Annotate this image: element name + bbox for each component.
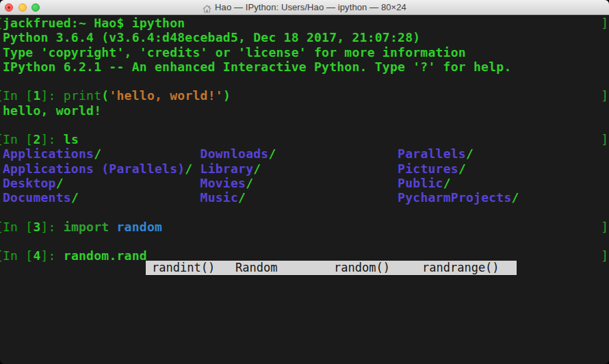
terminal-text-segment: Python 3.6.4 (v3.6.4:d48ecebad5, Dec 18 … bbox=[3, 30, 420, 44]
title-area: Hao — IPython: Users/Hao — ipython — 80×… bbox=[203, 2, 406, 12]
terminal-text-segment: In [ bbox=[3, 132, 33, 146]
terminal-text-segment: Music bbox=[200, 190, 239, 205]
terminal-line: Applications (Parallels)/ Library/ Pictu… bbox=[3, 161, 606, 176]
terminal-text-segment: In [ bbox=[3, 220, 33, 234]
terminal-text-segment: ]: bbox=[41, 132, 64, 146]
terminal-line bbox=[3, 292, 606, 307]
prompt-mark-open-icon: [ bbox=[0, 88, 3, 103]
terminal-text-segment: ]: bbox=[41, 88, 64, 103]
terminal-text-segment: / bbox=[238, 190, 246, 205]
terminal-text-segment: Public bbox=[398, 176, 443, 190]
terminal-text-segment: Library bbox=[200, 161, 254, 176]
terminal-text-segment: Movies bbox=[200, 176, 246, 190]
terminal-line bbox=[3, 234, 606, 248]
completion-item[interactable]: Random bbox=[235, 261, 277, 275]
traffic-lights bbox=[5, 3, 40, 12]
terminal-line bbox=[3, 350, 606, 364]
terminal-line: Type 'copyright', 'credits' or 'license'… bbox=[3, 45, 606, 60]
terminal-text-segment bbox=[261, 161, 398, 176]
completion-item[interactable]: random() bbox=[334, 261, 390, 275]
terminal-text-segment: IPython 6.2.1 -- An enhanced Interactive… bbox=[3, 60, 512, 74]
terminal-text-segment: jackfrued:~ Hao$ ipython bbox=[3, 16, 185, 30]
terminal-text-segment: Documents bbox=[3, 190, 71, 205]
minimize-icon[interactable] bbox=[18, 3, 27, 12]
terminal-line bbox=[3, 74, 606, 88]
terminal-text-segment bbox=[109, 220, 116, 234]
terminal-text-segment: ls bbox=[64, 132, 79, 146]
terminal-line bbox=[3, 307, 606, 321]
window-title: Hao — IPython: Users/Hao — ipython — 80×… bbox=[215, 2, 406, 12]
terminal-text-segment bbox=[253, 176, 398, 190]
terminal-text-segment: / bbox=[268, 146, 276, 161]
prompt-mark-open-icon: [ bbox=[0, 248, 3, 263]
prompt-mark-open-icon: [ bbox=[0, 132, 3, 146]
terminal-text-segment: / bbox=[94, 146, 101, 161]
terminal-text-segment: random bbox=[117, 220, 163, 234]
terminal-text-segment bbox=[192, 161, 200, 176]
prompt-mark-open-icon: [ bbox=[0, 16, 3, 30]
terminal-text-segment: / bbox=[56, 176, 64, 190]
terminal-line: Python 3.6.4 (v3.6.4:d48ecebad5, Dec 18 … bbox=[3, 30, 606, 44]
terminal-text-segment: / bbox=[443, 176, 451, 190]
terminal-line: []In [1]: print('hello, world!') bbox=[3, 88, 606, 103]
terminal-text-segment: Applications (Parallels) bbox=[3, 161, 185, 176]
terminal-text-segment: / bbox=[466, 146, 474, 161]
terminal-text-segment: In [ bbox=[3, 88, 33, 103]
terminal-line: Desktop/ Movies/ Public/ bbox=[3, 176, 606, 190]
prompt-mark-close-icon: ] bbox=[601, 132, 608, 146]
terminal-text-segment: / bbox=[512, 190, 519, 205]
completion-item[interactable]: randint() bbox=[152, 261, 215, 275]
terminal-line: []In [3]: import random bbox=[3, 220, 606, 234]
terminal-line bbox=[3, 321, 606, 335]
terminal-text-segment bbox=[79, 190, 200, 205]
prompt-mark-close-icon: ] bbox=[601, 88, 608, 103]
terminal-text-segment: ]: bbox=[41, 248, 64, 263]
home-icon[interactable] bbox=[203, 3, 211, 12]
terminal-text-segment: Applications bbox=[3, 146, 94, 161]
terminal-text-segment: Downloads bbox=[200, 146, 269, 161]
prompt-mark-close-icon: ] bbox=[601, 248, 608, 263]
terminal-text-segment: 2 bbox=[33, 132, 40, 146]
terminal-text-segment: hello, world! bbox=[3, 103, 101, 118]
terminal-line: Documents/ Music/ PycharmProjects/ bbox=[3, 190, 606, 205]
terminal-text-segment: Type 'copyright', 'credits' or 'license'… bbox=[3, 45, 466, 60]
terminal-text-segment: 3 bbox=[33, 220, 40, 234]
prompt-mark-close-icon: ] bbox=[601, 16, 608, 30]
terminal-line: hello, world! bbox=[3, 103, 606, 118]
terminal-text-segment: Pictures bbox=[398, 161, 458, 176]
terminal-line: IPython 6.2.1 -- An enhanced Interactive… bbox=[3, 60, 606, 74]
prompt-mark-open-icon: [ bbox=[0, 220, 3, 234]
terminal-text-segment: / bbox=[246, 176, 253, 190]
zoom-icon[interactable] bbox=[31, 3, 40, 12]
completion-popup: randint()Randomrandom()randrange() bbox=[146, 261, 517, 275]
terminal-text-segment: Parallels bbox=[398, 146, 466, 161]
completion-item[interactable]: randrange() bbox=[422, 261, 500, 275]
terminal-text-segment: ) bbox=[223, 88, 231, 103]
terminal-line: []In [2]: ls bbox=[3, 132, 606, 146]
terminal-text-segment: / bbox=[185, 161, 192, 176]
terminal-line: []jackfrued:~ Hao$ ipython bbox=[3, 16, 606, 30]
terminal-line: Applications/ Downloads/ Parallels/ bbox=[3, 146, 606, 161]
terminal-screen[interactable]: []jackfrued:~ Hao$ ipythonPython 3.6.4 (… bbox=[0, 15, 609, 364]
terminal-text-segment: 1 bbox=[33, 88, 40, 103]
terminal-text-segment: 'hello, world!' bbox=[109, 88, 222, 103]
terminal-text-segment: Desktop bbox=[3, 176, 56, 190]
terminal-text-segment: / bbox=[458, 161, 466, 176]
terminal-text-segment: PycharmProjects bbox=[398, 190, 511, 205]
terminal-text-segment: ]: bbox=[41, 220, 64, 234]
terminal-text-segment: 4 bbox=[33, 248, 40, 263]
terminal-text-segment bbox=[101, 146, 200, 161]
prompt-mark-close-icon: ] bbox=[601, 220, 608, 234]
terminal-text-segment: In [ bbox=[3, 248, 33, 263]
terminal-line bbox=[3, 205, 606, 219]
terminal-text-segment: import bbox=[64, 220, 109, 234]
terminal-text-segment: / bbox=[253, 161, 261, 176]
terminal-line bbox=[3, 278, 606, 292]
close-icon[interactable] bbox=[5, 3, 13, 12]
terminal-window: Hao — IPython: Users/Hao — ipython — 80×… bbox=[0, 0, 609, 364]
titlebar[interactable]: Hao — IPython: Users/Hao — ipython — 80×… bbox=[0, 0, 609, 15]
terminal-line bbox=[3, 336, 606, 350]
terminal-text-segment bbox=[276, 146, 398, 161]
terminal-text-segment: random.rand bbox=[64, 248, 147, 263]
terminal-text-segment: ( bbox=[101, 88, 109, 103]
